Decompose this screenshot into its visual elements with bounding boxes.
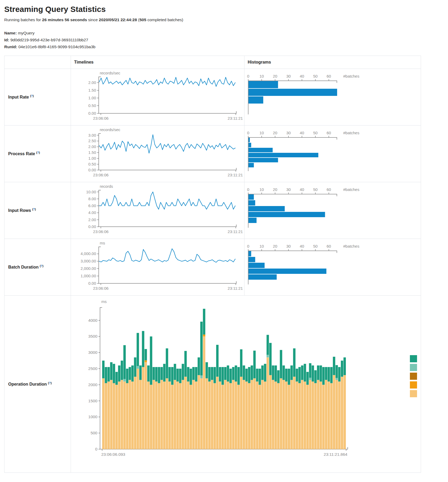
svg-text:1500: 1500: [88, 399, 98, 403]
svg-text:0: 0: [95, 447, 97, 451]
query-id-row: Id: 9d0dd219-995d-423e-b97d-36931110bb27: [4, 37, 448, 43]
svg-text:2.50: 2.50: [88, 139, 96, 143]
process-rate-label-cell: Process Rate (?): [4, 126, 71, 182]
svg-text:50: 50: [313, 244, 318, 248]
input-rows-help-icon[interactable]: (?): [32, 208, 36, 211]
header-empty: [4, 56, 71, 69]
svg-text:23:11:21: 23:11:21: [228, 173, 243, 177]
operation-duration-help-icon[interactable]: (?): [48, 381, 52, 385]
svg-text:50: 50: [313, 187, 318, 192]
svg-text:4000: 4000: [88, 318, 98, 323]
svg-text:40: 40: [300, 244, 304, 248]
svg-text:2.00: 2.00: [88, 217, 96, 222]
query-id-value: 9d0dd219-995d-423e-b97d-36931110bb27: [9, 38, 88, 42]
summary-suffix: completed batches): [146, 17, 183, 22]
svg-text:10: 10: [259, 187, 264, 192]
svg-text:23:06:06: 23:06:06: [93, 286, 108, 291]
streaming-statistics-page: Streaming Query Statistics Running batch…: [0, 0, 448, 475]
svg-text:30: 30: [286, 74, 291, 78]
svg-text:2,000.00: 2,000.00: [81, 266, 96, 271]
svg-text:23:06:06: 23:06:06: [93, 229, 108, 234]
svg-text:23:06:06: 23:06:06: [93, 116, 108, 120]
input-rate-label: Input Rate: [8, 95, 29, 100]
svg-text:60: 60: [327, 187, 331, 192]
svg-text:30: 30: [286, 131, 291, 135]
svg-text:20: 20: [273, 244, 277, 248]
svg-text:23:06:06: 23:06:06: [93, 173, 108, 177]
svg-text:23:06:06.093: 23:06:06.093: [101, 452, 125, 457]
svg-text:40: 40: [300, 187, 304, 192]
process-rate-timeline-chart: records/sec0.000.501.001.502.002.503.002…: [71, 126, 245, 182]
start-timestamp: 2020/05/21 22:44:28: [99, 17, 137, 22]
operation-duration-label-cell: Operation Duration (?): [4, 296, 71, 473]
svg-text:4,000.00: 4,000.00: [81, 251, 96, 256]
svg-text:10: 10: [259, 74, 264, 78]
svg-text:0.00: 0.00: [88, 111, 96, 115]
svg-text:10: 10: [259, 244, 264, 248]
input-rows-label: Input Rows: [8, 208, 31, 213]
svg-text:50: 50: [313, 74, 318, 78]
svg-text:20: 20: [273, 131, 277, 135]
svg-text:#batches: #batches: [343, 74, 359, 78]
svg-text:3.00: 3.00: [88, 133, 96, 137]
svg-text:#batches: #batches: [343, 131, 359, 135]
batch-duration-help-icon[interactable]: (?): [40, 264, 43, 267]
svg-text:23:11:21: 23:11:21: [228, 116, 243, 120]
table-row: Input Rate (?) records/sec0.000.501.001.…: [4, 69, 421, 126]
svg-text:1,000.00: 1,000.00: [81, 274, 96, 278]
statistics-table: Timelines Histograms Input Rate (?) reco…: [4, 56, 421, 473]
svg-text:#batches: #batches: [343, 244, 359, 248]
summary-paren: (: [137, 17, 139, 22]
process-rate-help-icon[interactable]: (?): [36, 151, 40, 154]
input-rows-label-cell: Input Rows (?): [4, 182, 71, 239]
svg-text:1.00: 1.00: [88, 96, 96, 100]
svg-text:records: records: [100, 184, 113, 189]
svg-text:ms: ms: [101, 299, 107, 304]
operation-duration-label: Operation Duration: [8, 382, 47, 386]
process-rate-histogram-chart: 0102030405060#batches: [245, 126, 421, 182]
svg-text:8.00: 8.00: [88, 197, 96, 201]
input-rows-timeline-chart: records0.002.004.006.008.0010.0023:06:06…: [71, 182, 245, 239]
completed-batches-count: 505: [139, 17, 146, 22]
svg-text:0.50: 0.50: [88, 162, 96, 166]
table-row: Process Rate (?) records/sec0.000.501.00…: [4, 126, 421, 182]
summary-mid: since: [87, 17, 99, 22]
svg-text:20: 20: [273, 187, 277, 192]
query-meta: Name: myQuery Id: 9d0dd219-995d-423e-b97…: [4, 30, 448, 50]
input-rows-histogram-chart: 0102030405060#batches: [245, 182, 421, 239]
batch-duration-histogram-chart: 0102030405060#batches: [245, 239, 421, 296]
running-batches-summary: Running batches for 26 minutes 56 second…: [4, 17, 448, 22]
batch-duration-label: Batch Duration: [8, 265, 39, 270]
svg-text:40: 40: [300, 74, 304, 78]
query-name-value: myQuery: [17, 31, 34, 35]
svg-text:23:11:21: 23:11:21: [228, 229, 243, 234]
svg-text:3500: 3500: [88, 334, 98, 338]
svg-text:40: 40: [300, 131, 304, 135]
svg-text:#batches: #batches: [343, 187, 359, 192]
svg-text:0: 0: [247, 74, 249, 78]
running-duration: 26 minutes 56 seconds: [42, 17, 87, 22]
svg-text:23:11:21: 23:11:21: [228, 286, 243, 291]
input-rate-help-icon[interactable]: (?): [30, 94, 34, 97]
svg-text:records/sec: records/sec: [100, 71, 120, 75]
svg-text:30: 30: [286, 244, 291, 248]
table-row: Input Rows (?) records0.002.004.006.008.…: [4, 182, 421, 239]
svg-text:60: 60: [327, 244, 331, 248]
svg-text:23:11:21.864: 23:11:21.864: [324, 452, 347, 457]
svg-text:3000: 3000: [88, 350, 98, 355]
header-histograms: Histograms: [245, 56, 421, 69]
input-rate-timeline-chart: records/sec0.000.501.001.502.0023:06:062…: [71, 69, 245, 126]
svg-text:500: 500: [90, 431, 97, 435]
table-row: Operation Duration (?) ms050010001500200…: [4, 296, 421, 473]
summary-prefix: Running batches for: [4, 17, 42, 22]
query-name-label: Name:: [4, 31, 17, 35]
svg-text:10.00: 10.00: [86, 190, 96, 194]
svg-text:1.50: 1.50: [88, 88, 96, 92]
svg-text:2000: 2000: [88, 382, 98, 387]
process-rate-label: Process Rate: [8, 152, 35, 156]
table-header-row: Timelines Histograms: [4, 56, 421, 69]
svg-text:records/sec: records/sec: [100, 127, 120, 132]
query-runid-label: RunId:: [4, 44, 17, 49]
table-row: Batch Duration (?) ms0.001,000.002,000.0…: [4, 239, 421, 296]
svg-text:2.00: 2.00: [88, 80, 96, 85]
